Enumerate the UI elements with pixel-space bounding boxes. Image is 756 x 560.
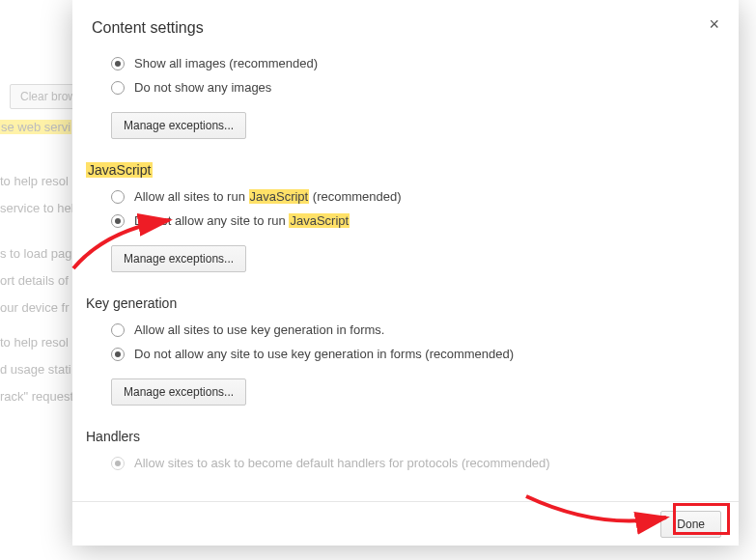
dialog-footer: Done — [72, 501, 739, 546]
done-button[interactable]: Done — [660, 511, 721, 538]
keygen-option-disallow[interactable]: Do not allow any site to use key generat… — [111, 347, 719, 361]
dialog-header: Content settings × — [72, 0, 739, 37]
javascript-section-title: JavaScript — [86, 162, 719, 178]
javascript-option-disallow[interactable]: Do not allow any site to run JavaScript — [111, 213, 719, 228]
bg-text-1: to help resol — [0, 174, 69, 188]
content-settings-dialog: Content settings × Show all images (reco… — [72, 0, 739, 546]
bg-text-5: our device fr — [0, 300, 70, 315]
images-option-show-all[interactable]: Show all images (recommended) — [111, 56, 719, 70]
keygen-section-title: Key generation — [86, 295, 719, 311]
radio-label: Allow all sites to use key generation in… — [134, 322, 384, 337]
bg-text-2: service to hel — [0, 201, 74, 215]
radio-label: Show all images (recommended) — [134, 56, 318, 70]
radio-icon — [111, 57, 125, 70]
handlers-section-title: Handlers — [86, 429, 719, 444]
bg-text-6: to help resol — [0, 335, 69, 350]
dialog-title: Content settings — [92, 19, 719, 37]
handlers-option-allow[interactable]: Allow sites to ask to become default han… — [111, 456, 719, 470]
images-option-do-not-show[interactable]: Do not show any images — [111, 80, 719, 95]
close-button[interactable]: × — [703, 14, 725, 35]
radio-label: Do not show any images — [134, 80, 271, 95]
images-manage-exceptions-button[interactable]: Manage exceptions... — [111, 112, 246, 139]
bg-text-7: d usage stati — [0, 362, 71, 377]
radio-label: Allow sites to ask to become default han… — [134, 456, 550, 470]
javascript-manage-exceptions-button[interactable]: Manage exceptions... — [111, 245, 246, 272]
radio-label: Allow all sites to run JavaScript (recom… — [134, 189, 402, 204]
keygen-manage-exceptions-button[interactable]: Manage exceptions... — [111, 378, 246, 406]
radio-icon — [111, 323, 125, 337]
bg-text-8: rack" request — [0, 389, 73, 404]
javascript-option-allow[interactable]: Allow all sites to run JavaScript (recom… — [111, 189, 719, 204]
radio-icon — [111, 190, 125, 204]
radio-icon — [111, 214, 125, 228]
bg-text-4: ort details of — [0, 273, 69, 288]
radio-icon — [111, 81, 125, 95]
radio-icon — [111, 457, 125, 470]
radio-label: Do not allow any site to use key generat… — [134, 347, 514, 361]
bg-text-0: se web servi — [0, 120, 71, 134]
dialog-body[interactable]: Show all images (recommended) Do not sho… — [72, 46, 739, 501]
bg-text-3: s to load pag — [0, 246, 71, 261]
radio-label: Do not allow any site to run JavaScript — [134, 213, 350, 228]
keygen-option-allow[interactable]: Allow all sites to use key generation in… — [111, 322, 719, 337]
radio-icon — [111, 348, 125, 361]
